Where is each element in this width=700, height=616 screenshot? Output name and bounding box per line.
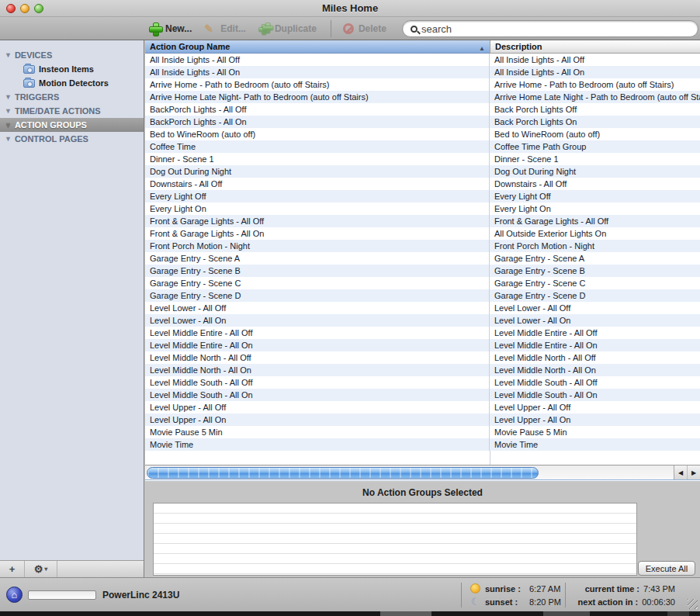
cell-description[interactable]: Front & Garage Lights - All Off [490, 215, 700, 227]
sidebar-item-motion-detectors[interactable]: Motion Detectors [0, 76, 144, 90]
table-row[interactable]: Level Middle South - All OffLevel Middle… [145, 376, 700, 389]
cell-action-group-name[interactable]: Front & Garage Lights - All On [145, 227, 490, 240]
cell-action-group-name[interactable]: Bed to WineRoom (auto off) [145, 128, 490, 140]
cell-action-group-name[interactable]: Level Lower - All On [145, 314, 490, 327]
resize-grip-icon[interactable] [688, 599, 698, 609]
horizontal-scrollbar-thumb[interactable] [147, 467, 539, 479]
table-row[interactable]: Front & Garage Lights - All OnAll Outsid… [145, 227, 700, 240]
cell-description[interactable]: Every Light Off [490, 190, 700, 202]
cell-action-group-name[interactable]: Level Middle North - All On [145, 364, 490, 376]
search-input[interactable]: search [402, 20, 698, 37]
cell-description[interactable]: Level Upper - All Off [490, 401, 700, 414]
table-row[interactable]: Level Middle South - All OnLevel Middle … [145, 389, 700, 401]
cell-action-group-name[interactable]: BackPorch Lights - All Off [145, 103, 490, 116]
cell-action-group-name[interactable]: Dog Out During Night [145, 165, 490, 178]
cell-description[interactable]: Level Middle Entire - All On [490, 339, 700, 351]
selected-groups-list[interactable] [153, 503, 637, 576]
table-row[interactable]: Level Lower - All OnLevel Lower - All On [145, 314, 700, 327]
cell-description[interactable]: Level Lower - All On [490, 314, 700, 327]
scroll-left-button[interactable]: ◀ [674, 465, 687, 479]
cell-description[interactable]: Back Porch Lights On [490, 116, 700, 128]
cell-description[interactable]: Dinner - Scene 1 [490, 153, 700, 165]
cell-description[interactable]: Arrive Home Late Night - Path to Bedroom… [490, 91, 700, 103]
cell-description[interactable]: Garage Entry - Scene B [490, 265, 700, 277]
cell-action-group-name[interactable]: Every Light Off [145, 190, 490, 202]
cell-action-group-name[interactable]: Movie Time [145, 438, 490, 451]
column-header-description[interactable]: Description [490, 40, 700, 54]
cell-action-group-name[interactable]: Coffee Time [145, 140, 490, 153]
cell-action-group-name[interactable]: BackPorch Lights - All On [145, 116, 490, 128]
cell-action-group-name[interactable]: Front Porch Motion - Night [145, 240, 490, 252]
table-row[interactable]: Bed to WineRoom (auto off)Bed to WineRoo… [145, 128, 700, 140]
disclosure-triangle-icon[interactable]: ▼ [5, 121, 12, 129]
cell-action-group-name[interactable]: Downstairs - All Off [145, 178, 490, 190]
cell-description[interactable]: Level Middle South - All Off [490, 376, 700, 389]
cell-action-group-name[interactable]: Front & Garage Lights - All Off [145, 215, 490, 227]
delete-button[interactable]: Delete [342, 22, 386, 35]
table-row[interactable]: Movie TimeMovie Time [145, 438, 700, 451]
cell-description[interactable]: Level Upper - All On [490, 414, 700, 426]
sidebar-item-triggers[interactable]: ▼TRIGGERS [0, 90, 144, 104]
table-row[interactable]: Garage Entry - Scene AGarage Entry - Sce… [145, 252, 700, 265]
table-row[interactable]: Downstairs - All OffDownstairs - All Off [145, 178, 700, 190]
disclosure-triangle-icon[interactable]: ▼ [5, 135, 12, 143]
execute-all-button[interactable]: Execute All [638, 561, 695, 576]
table-row[interactable]: BackPorch Lights - All OnBack Porch Ligh… [145, 116, 700, 128]
cell-description[interactable]: Movie Pause 5 Min [490, 426, 700, 438]
table-row[interactable]: Garage Entry - Scene DGarage Entry - Sce… [145, 289, 700, 302]
cell-action-group-name[interactable]: Level Middle North - All Off [145, 351, 490, 364]
table-row[interactable]: Arrive Home Late Night- Path to Bedroom … [145, 91, 700, 103]
table-row[interactable]: Level Upper - All OnLevel Upper - All On [145, 414, 700, 426]
add-item-button[interactable]: + [0, 561, 25, 577]
table-row[interactable]: Level Middle Entire - All OffLevel Middl… [145, 327, 700, 339]
table-row[interactable]: Level Middle Entire - All OnLevel Middle… [145, 339, 700, 351]
cell-action-group-name[interactable]: Level Middle South - All Off [145, 376, 490, 389]
table-row[interactable]: All Inside Lights - All OnAll Inside Lig… [145, 66, 700, 78]
cell-action-group-name[interactable]: Level Middle Entire - All Off [145, 327, 490, 339]
sidebar-item-action-groups[interactable]: ▼ACTION GROUPS [0, 118, 144, 132]
title-bar[interactable]: Miles Home [0, 0, 700, 17]
table-row[interactable]: Every Light OnEvery Light On [145, 202, 700, 215]
table-row[interactable]: Movie Pause 5 MinMovie Pause 5 Min [145, 426, 700, 438]
cell-description[interactable]: Level Middle North - All Off [490, 351, 700, 364]
cell-action-group-name[interactable]: Dinner - Scene 1 [145, 153, 490, 165]
table-row[interactable]: Dog Out During NightDog Out During Night [145, 165, 700, 178]
cell-action-group-name[interactable]: Level Middle South - All On [145, 389, 490, 401]
cell-description[interactable]: Garage Entry - Scene C [490, 277, 700, 289]
cell-action-group-name[interactable]: Level Upper - All Off [145, 401, 490, 414]
cell-description[interactable]: Every Light On [490, 202, 700, 215]
sidebar-item-devices[interactable]: ▼DEVICES [0, 48, 144, 62]
cell-description[interactable]: All Inside Lights - All On [490, 66, 700, 78]
edit-button[interactable]: ✎ Edit... [204, 22, 246, 35]
table-row[interactable]: Garage Entry - Scene BGarage Entry - Sce… [145, 265, 700, 277]
cell-action-group-name[interactable]: Movie Pause 5 Min [145, 426, 490, 438]
cell-action-group-name[interactable]: Garage Entry - Scene D [145, 289, 490, 302]
cell-description[interactable]: Downstairs - All Off [490, 178, 700, 190]
disclosure-triangle-icon[interactable]: ▼ [5, 93, 12, 101]
table-row[interactable]: All Inside Lights - All OffAll Inside Li… [145, 54, 700, 66]
sidebar-item-control-pages[interactable]: ▼CONTROL PAGES [0, 132, 144, 146]
cell-description[interactable]: Garage Entry - Scene D [490, 289, 700, 302]
table-row[interactable]: Level Middle North - All OnLevel Middle … [145, 364, 700, 376]
cell-description[interactable]: All Inside Lights - All Off [490, 54, 700, 66]
cell-description[interactable]: Garage Entry - Scene A [490, 252, 700, 265]
table-row[interactable]: Level Upper - All OffLevel Upper - All O… [145, 401, 700, 414]
duplicate-button[interactable]: Duplicate [258, 22, 317, 35]
cell-action-group-name[interactable]: Garage Entry - Scene B [145, 265, 490, 277]
column-header-action-group-name[interactable]: Action Group Name ▲ [145, 40, 490, 54]
horizontal-scrollbar[interactable]: ◀ ▶ [145, 465, 700, 480]
cell-description[interactable]: Arrive Home - Path to Bedroom (auto off … [490, 78, 700, 91]
new-button[interactable]: New... [149, 22, 192, 35]
cell-action-group-name[interactable]: All Inside Lights - All On [145, 66, 490, 78]
sidebar-item-time-date-actions[interactable]: ▼TIME/DATE ACTIONS [0, 104, 144, 118]
cell-description[interactable]: Level Lower - All Off [490, 302, 700, 314]
cell-action-group-name[interactable]: Every Light On [145, 202, 490, 215]
cell-action-group-name[interactable]: Arrive Home Late Night- Path to Bedroom … [145, 91, 490, 103]
cell-action-group-name[interactable]: All Inside Lights - All Off [145, 54, 490, 66]
table-row[interactable]: Garage Entry - Scene CGarage Entry - Sce… [145, 277, 700, 289]
table-row[interactable]: Arrive Home - Path to Bedroom (auto off … [145, 78, 700, 91]
cell-description[interactable]: Level Middle Entire - All Off [490, 327, 700, 339]
table-row[interactable]: Every Light OffEvery Light Off [145, 190, 700, 202]
cell-description[interactable]: Back Porch Lights Off [490, 103, 700, 116]
disclosure-triangle-icon[interactable]: ▼ [5, 107, 12, 115]
